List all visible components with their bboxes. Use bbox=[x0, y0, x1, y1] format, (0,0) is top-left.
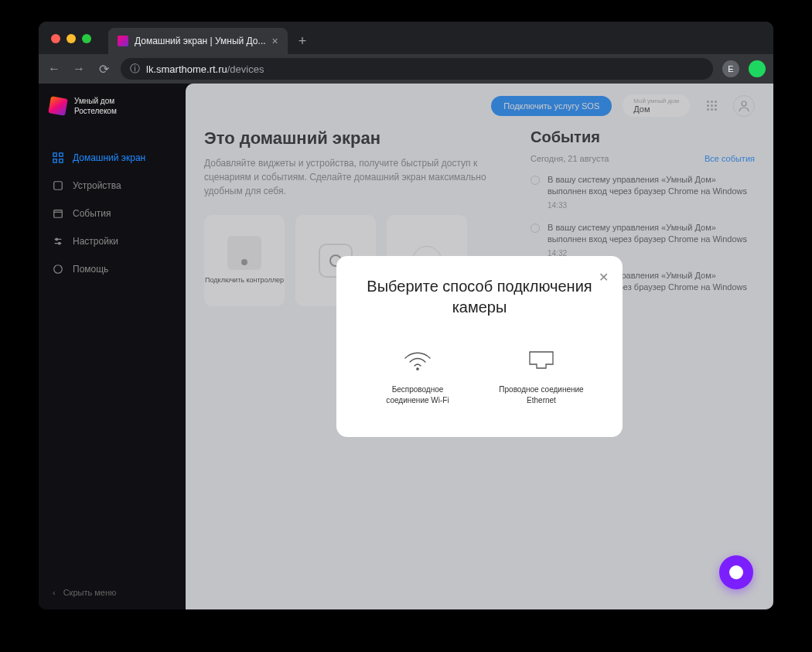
option-ethernet[interactable]: Проводное соединение Ethernet bbox=[499, 349, 584, 406]
site-info-icon[interactable]: ⓘ bbox=[130, 62, 140, 76]
svg-point-10 bbox=[417, 368, 418, 370]
svg-point-7 bbox=[58, 242, 60, 244]
svg-rect-1 bbox=[60, 153, 63, 156]
wifi-icon bbox=[402, 349, 433, 372]
ethernet-icon bbox=[526, 349, 557, 372]
chat-fab[interactable] bbox=[719, 555, 753, 589]
svg-rect-4 bbox=[54, 182, 63, 190]
sidebar: Умный дом Ростелеком Домашний экран Устр… bbox=[39, 84, 186, 609]
sidebar-item-label: Настройки bbox=[73, 236, 118, 247]
app-root: Умный дом Ростелеком Домашний экран Устр… bbox=[39, 84, 773, 609]
reload-button[interactable]: ⟳ bbox=[96, 62, 111, 77]
sidebar-item-events[interactable]: События bbox=[39, 200, 186, 227]
svg-point-8 bbox=[54, 265, 63, 274]
brand[interactable]: Умный дом Ростелеком bbox=[39, 84, 186, 128]
close-icon[interactable]: ✕ bbox=[599, 270, 609, 285]
sidebar-item-home[interactable]: Домашний экран bbox=[39, 144, 186, 172]
browser-window: Домашний экран | Умный До... × + ← → ⟳ ⓘ… bbox=[39, 22, 773, 609]
help-icon bbox=[53, 264, 63, 275]
close-window[interactable] bbox=[51, 34, 60, 43]
url-path: /devices bbox=[227, 63, 264, 75]
sidebar-item-label: Помощь bbox=[73, 264, 108, 275]
sidebar-item-label: События bbox=[73, 208, 111, 219]
tab-title: Домашний экран | Умный До... bbox=[135, 36, 266, 46]
sidebar-item-label: Домашний экран bbox=[73, 152, 145, 163]
home-icon bbox=[53, 152, 63, 163]
sidebar-item-help[interactable]: Помощь bbox=[39, 255, 186, 283]
option-label: Беспроводное соединение Wi-Fi bbox=[375, 384, 460, 406]
browser-tab[interactable]: Домашний экран | Умный До... × bbox=[108, 28, 288, 54]
svg-point-6 bbox=[56, 238, 58, 241]
chevron-left-icon: ‹ bbox=[53, 588, 56, 597]
connection-modal: ✕ Выберите способ подключения камеры Бес… bbox=[336, 256, 623, 437]
brand-text: Умный дом Ростелеком bbox=[74, 96, 117, 116]
minimize-window[interactable] bbox=[67, 34, 76, 43]
profile-badge[interactable]: E bbox=[722, 60, 739, 77]
svg-rect-2 bbox=[53, 159, 56, 162]
option-label: Проводное соединение Ethernet bbox=[499, 384, 584, 406]
tab-bar: Домашний экран | Умный До... × + bbox=[39, 22, 773, 54]
close-tab-icon[interactable]: × bbox=[272, 35, 278, 47]
collapse-menu[interactable]: ‹ Скрыть меню bbox=[39, 575, 186, 609]
sidebar-item-devices[interactable]: Устройства bbox=[39, 172, 186, 200]
modal-overlay[interactable]: ✕ Выберите способ подключения камеры Бес… bbox=[186, 84, 773, 609]
url-field[interactable]: ⓘ lk.smarthome.rt.ru/devices bbox=[121, 58, 713, 80]
brand-logo-icon bbox=[48, 96, 67, 115]
address-bar: ← → ⟳ ⓘ lk.smarthome.rt.ru/devices E bbox=[39, 54, 773, 84]
url-host: lk.smarthome.rt.ru bbox=[146, 63, 227, 75]
tab-favicon bbox=[118, 36, 128, 46]
main-content: Подключить услугу SOS Мой умный дом Дом … bbox=[186, 84, 773, 609]
devices-icon bbox=[53, 180, 63, 191]
forward-button[interactable]: → bbox=[71, 62, 87, 76]
svg-rect-0 bbox=[53, 153, 56, 156]
new-tab-button[interactable]: + bbox=[288, 28, 318, 54]
sidebar-item-label: Устройства bbox=[73, 180, 121, 191]
option-wifi[interactable]: Беспроводное соединение Wi-Fi bbox=[375, 349, 460, 406]
svg-rect-5 bbox=[54, 210, 63, 218]
extension-icon[interactable] bbox=[749, 60, 766, 77]
sliders-icon bbox=[53, 236, 63, 247]
svg-rect-3 bbox=[60, 159, 63, 162]
sidebar-item-settings[interactable]: Настройки bbox=[39, 227, 186, 255]
sidebar-nav: Домашний экран Устройства События bbox=[39, 144, 186, 575]
modal-title: Выберите способ подключения камеры bbox=[355, 276, 604, 318]
maximize-window[interactable] bbox=[82, 34, 91, 43]
back-button[interactable]: ← bbox=[46, 62, 62, 76]
window-controls bbox=[51, 34, 91, 43]
calendar-icon bbox=[53, 208, 63, 219]
